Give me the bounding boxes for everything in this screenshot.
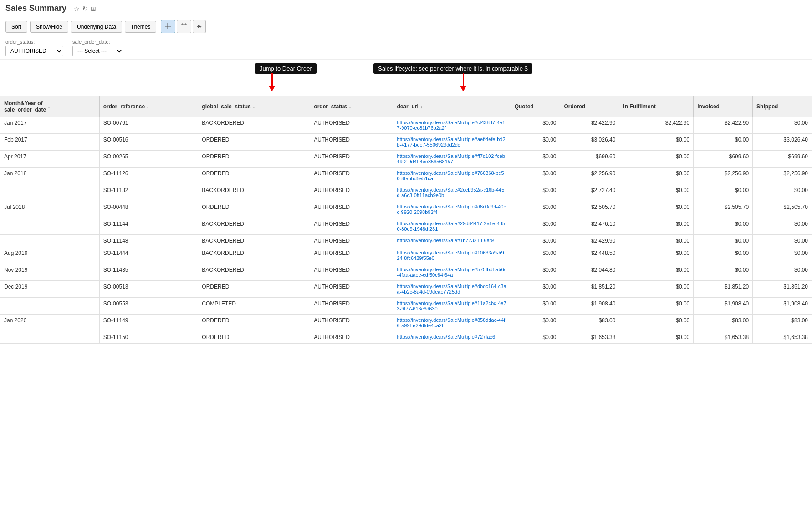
refresh-icon[interactable]: ↻ — [82, 5, 88, 12]
table-cell: $2,044.80 — [560, 264, 619, 281]
table-cell: SO-11126 — [99, 168, 198, 184]
table-cell: $0.00 — [511, 117, 560, 134]
table-icon — [165, 23, 171, 29]
more-icon[interactable]: ⋮ — [99, 5, 105, 12]
table-cell: SO-11132 — [99, 184, 198, 201]
col-header-order-status[interactable]: order_status ↓ — [310, 96, 393, 117]
table-cell: $2,505.70 — [753, 201, 812, 218]
table-cell: $0.00 — [694, 235, 753, 247]
sort-icon-order-status[interactable]: ↓ — [349, 104, 351, 109]
main-table-container: Month&Year ofsale_order_date ↓ order_ref… — [0, 96, 812, 344]
table-cell: $0.00 — [511, 168, 560, 184]
col-header-dear-url[interactable]: dear_url ↓ — [393, 96, 511, 117]
themes-button[interactable]: Themes — [125, 21, 156, 33]
table-cell: $1,653.38 — [694, 331, 753, 344]
table-cell: AUTHORISED — [310, 168, 393, 184]
sale-order-date-filter: sale_order_date: --- Select --- — [72, 39, 123, 56]
table-row: SO-11132BACKORDEREDAUTHORISEDhttps://inv… — [0, 184, 812, 201]
sparkle-button[interactable]: ✳ — [193, 20, 206, 33]
col-header-in-fulfilment[interactable]: In Fulfilment — [619, 96, 694, 117]
table-cell: $0.00 — [511, 315, 560, 331]
sort-icon-global-status[interactable]: ↓ — [253, 104, 255, 109]
table-cell: $0.00 — [753, 117, 812, 134]
table-cell[interactable]: https://inventory.dears/SaleMultiple#11a… — [393, 298, 511, 315]
table-cell: $0.00 — [619, 134, 694, 151]
sort-icon-month[interactable]: ↓ — [48, 104, 50, 109]
table-row: Jan 2018SO-11126ORDEREDAUTHORISEDhttps:/… — [0, 168, 812, 184]
table-cell: $2,422.90 — [560, 117, 619, 134]
header-bar: Sales Summary ☆ ↻ ⊞ ⋮ — [0, 0, 812, 17]
table-cell[interactable]: https://inventory.dears/SaleMultiple#760… — [393, 168, 511, 184]
table-cell: $0.00 — [753, 218, 812, 235]
calendar-view-button[interactable] — [177, 20, 191, 33]
table-cell: $0.00 — [753, 247, 812, 264]
table-cell[interactable]: https://inventory.dears/Sale#29d84417-2a… — [393, 218, 511, 235]
sort-button[interactable]: Sort — [5, 21, 27, 33]
sort-icon-order-ref[interactable]: ↓ — [147, 104, 149, 109]
sales-table: Month&Year ofsale_order_date ↓ order_ref… — [0, 96, 812, 344]
table-body: Jan 2017SO-00761BACKORDEREDAUTHORISEDhtt… — [0, 117, 812, 344]
sale-order-date-label: sale_order_date: — [72, 39, 123, 45]
table-cell: $699.60 — [753, 151, 812, 168]
table-cell: AUTHORISED — [310, 201, 393, 218]
table-cell — [0, 184, 100, 201]
table-cell: $1,851.20 — [753, 281, 812, 298]
table-cell — [0, 218, 100, 235]
table-view-button[interactable] — [161, 20, 175, 33]
table-cell: AUTHORISED — [310, 331, 393, 344]
table-cell — [0, 331, 100, 344]
table-cell[interactable]: https://inventory.dears/SaleMultiple#106… — [393, 247, 511, 264]
svg-rect-4 — [181, 23, 187, 29]
table-cell: $0.00 — [694, 218, 753, 235]
table-cell[interactable]: https://inventory.dears/SaleMultiple#727… — [393, 331, 511, 344]
sale-order-date-select[interactable]: --- Select --- — [72, 46, 123, 56]
table-cell: Jan 2017 — [0, 117, 100, 134]
table-cell: $1,908.40 — [694, 298, 753, 315]
table-cell: SO-11144 — [99, 218, 198, 235]
table-cell[interactable]: https://inventory.dears/Sale#1b723213-6a… — [393, 235, 511, 247]
order-status-filter: order_status: AUTHORISED DRAFT VOIDED — [5, 39, 63, 56]
table-cell[interactable]: https://inventory.dears/SaleMultiple#aef… — [393, 134, 511, 151]
col-header-shipped[interactable]: Shipped — [753, 96, 812, 117]
page-title: Sales Summary — [5, 4, 66, 13]
table-cell: ORDERED — [198, 315, 310, 331]
table-cell[interactable]: https://inventory.dears/SaleMultiple#d6c… — [393, 201, 511, 218]
col-header-order-ref[interactable]: order_reference ↓ — [99, 96, 198, 117]
table-cell[interactable]: https://inventory.dears/SaleMultiple#575… — [393, 264, 511, 281]
table-cell[interactable]: https://inventory.dears/SaleMultiple#858… — [393, 315, 511, 331]
table-cell: SO-11435 — [99, 264, 198, 281]
table-cell: AUTHORISED — [310, 298, 393, 315]
order-status-select[interactable]: AUTHORISED DRAFT VOIDED — [5, 46, 63, 56]
table-cell: AUTHORISED — [310, 218, 393, 235]
sort-icon-dear-url[interactable]: ↓ — [420, 104, 423, 109]
table-cell: ORDERED — [198, 201, 310, 218]
table-cell: $2,422.90 — [619, 117, 694, 134]
table-cell: $1,653.38 — [753, 331, 812, 344]
col-header-ordered[interactable]: Ordered — [560, 96, 619, 117]
table-cell: AUTHORISED — [310, 117, 393, 134]
col-header-global-status[interactable]: global_sale_status ↓ — [198, 96, 310, 117]
table-row: SO-11144BACKORDEREDAUTHORISEDhttps://inv… — [0, 218, 812, 235]
table-cell[interactable]: https://inventory.dears/SaleMultiple#cf4… — [393, 117, 511, 134]
table-cell[interactable]: https://inventory.dears/SaleMultiple#ff7… — [393, 151, 511, 168]
header-icons: ☆ ↻ ⊞ ⋮ — [74, 5, 105, 12]
table-row: SO-11150ORDEREDAUTHORISEDhttps://invento… — [0, 331, 812, 344]
grid-icon[interactable]: ⊞ — [91, 5, 96, 12]
table-cell[interactable]: https://inventory.dears/SaleMultiple#dbd… — [393, 281, 511, 298]
table-cell: Jan 2020 — [0, 315, 100, 331]
star-icon[interactable]: ☆ — [74, 5, 80, 12]
underlying-data-button[interactable]: Underlying Data — [71, 21, 122, 33]
table-cell — [0, 298, 100, 315]
table-cell: $0.00 — [753, 235, 812, 247]
table-cell: SO-00516 — [99, 134, 198, 151]
table-cell: $2,256.90 — [753, 168, 812, 184]
show-hide-button[interactable]: Show/Hide — [30, 21, 68, 33]
col-header-invoiced[interactable]: Invoiced — [694, 96, 753, 117]
col-header-quoted[interactable]: Quoted — [511, 96, 560, 117]
table-cell: SO-11444 — [99, 247, 198, 264]
col-header-month[interactable]: Month&Year ofsale_order_date ↓ — [0, 96, 100, 117]
table-cell: AUTHORISED — [310, 264, 393, 281]
table-cell: Apr 2017 — [0, 151, 100, 168]
table-cell[interactable]: https://inventory.dears/Sale#2ccb952a-c1… — [393, 184, 511, 201]
table-cell: $83.00 — [560, 315, 619, 331]
